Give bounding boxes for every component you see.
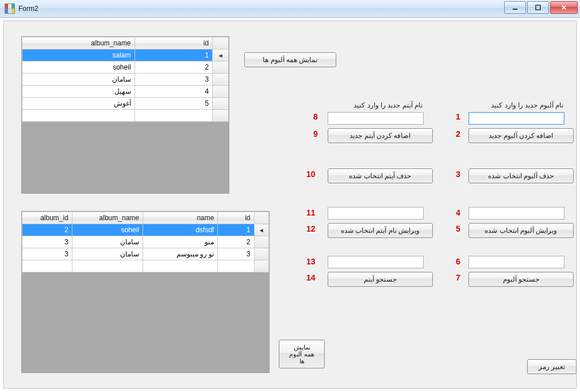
item-delete-button[interactable]: حذف آیتم انتخاب شده <box>328 168 433 183</box>
album-search-button[interactable]: جستجو آلبوم <box>468 272 574 287</box>
table-row[interactable]: 3سامانتو رو میبوسم3 <box>22 248 269 260</box>
cell-album_name[interactable]: سامان <box>72 248 143 260</box>
cell-album_name[interactable]: soheil <box>22 62 135 74</box>
table-row[interactable]: soheil2 <box>22 62 229 74</box>
cell-id[interactable]: 2 <box>135 62 213 74</box>
row-header[interactable] <box>254 224 269 236</box>
anno-14: 14 <box>306 273 316 282</box>
anno-8: 8 <box>313 112 318 121</box>
row-header[interactable] <box>254 248 269 260</box>
row-header[interactable] <box>213 74 229 86</box>
item-new-label: نام آیتم جدید را وارد کنید <box>328 101 422 109</box>
cell-album_id[interactable]: 2 <box>22 224 72 236</box>
album-delete-button[interactable]: حذف آلبوم انتخاب شده <box>468 168 574 183</box>
table-row[interactable]: 3سامانمنو2 <box>22 236 269 248</box>
button-label: جستجو آلبوم <box>503 275 539 283</box>
items-grid[interactable]: album_idalbum_namenameid2soheildsfsdf13س… <box>21 211 270 373</box>
anno-1: 1 <box>456 112 460 121</box>
cell-album_id[interactable]: 3 <box>22 248 72 260</box>
table-row[interactable]: آغوش5 <box>22 98 229 110</box>
anno-7: 7 <box>456 273 460 282</box>
cell-name[interactable]: منو <box>143 236 217 248</box>
anno-5: 5 <box>456 224 460 233</box>
change-password-button[interactable]: تغییر رمز <box>527 359 577 374</box>
item-new-input[interactable] <box>328 112 424 125</box>
anno-6: 6 <box>456 257 460 266</box>
cell-id[interactable]: 2 <box>218 236 254 248</box>
cell-album_name[interactable]: آغوش <box>22 98 135 110</box>
button-label: نمایش همه آلبوم ها <box>289 344 314 364</box>
table-row[interactable]: 2soheildsfsdf1 <box>22 224 269 236</box>
column-header[interactable]: album_id <box>22 212 72 224</box>
table-row[interactable]: salam1 <box>22 49 229 62</box>
show-all-albums-small-button[interactable]: نمایش همه آلبوم ها <box>279 340 325 368</box>
item-search-input[interactable] <box>328 256 424 268</box>
button-label: ویرایش نام آیتم انتخاب شده <box>341 226 420 235</box>
anno-10: 10 <box>306 170 316 179</box>
table-new-row[interactable] <box>22 110 229 122</box>
cell-album_id[interactable]: 3 <box>22 236 72 248</box>
cell-id[interactable]: 5 <box>135 98 213 110</box>
cell-id[interactable]: 1 <box>135 49 213 62</box>
cell-album_name[interactable]: سهیل <box>22 86 135 98</box>
show-all-albums-button[interactable]: نمایش همه آلبوم ها <box>244 52 336 67</box>
button-label: تغییر رمز <box>539 363 565 371</box>
item-add-button[interactable]: اضافه کردن آیتم جدید <box>328 128 433 143</box>
svg-rect-1 <box>536 5 540 10</box>
anno-4: 4 <box>456 208 460 217</box>
column-header[interactable]: album_name <box>22 37 135 49</box>
button-label: حذف آلبوم انتخاب شده <box>488 172 554 180</box>
anno-11: 11 <box>306 208 316 217</box>
window-title: Form2 <box>18 5 39 13</box>
column-header[interactable]: id <box>135 37 213 49</box>
row-header[interactable] <box>213 86 229 98</box>
row-header-corner <box>213 37 229 49</box>
column-header[interactable]: id <box>218 212 254 224</box>
anno-3: 3 <box>456 170 460 179</box>
window-frame: Form2 album_nameidsalam1soheil2سامان3سهی… <box>0 0 580 392</box>
albums-grid[interactable]: album_nameidsalam1soheil2سامان3سهیل4آغوش… <box>21 36 229 194</box>
column-header[interactable]: album_name <box>72 212 143 224</box>
anno-9: 9 <box>313 129 318 139</box>
close-button[interactable] <box>550 1 578 14</box>
button-label: حذف آیتم انتخاب شده <box>349 172 411 180</box>
cell-album_name[interactable]: سامان <box>72 236 143 248</box>
app-icon <box>5 3 15 14</box>
button-label: جستجو آیتم <box>364 275 397 283</box>
album-new-label: نام آلبوم جدید را وارد کنید <box>468 101 563 109</box>
row-header[interactable] <box>213 62 229 74</box>
cell-id[interactable]: 3 <box>218 248 254 260</box>
album-edit-button[interactable]: ویرایش آلبوم انتخاب شده <box>468 223 574 238</box>
button-label: ویرایش آلبوم انتخاب شده <box>485 226 557 235</box>
cell-id[interactable]: 4 <box>135 86 213 98</box>
album-new-input[interactable] <box>468 112 564 125</box>
cell-id[interactable]: 1 <box>218 224 254 236</box>
table-row[interactable]: سامان3 <box>22 74 229 86</box>
table-row[interactable]: سهیل4 <box>22 86 229 98</box>
maximize-button[interactable] <box>527 1 549 14</box>
cell-album_name[interactable]: سامان <box>22 74 135 86</box>
item-search-button[interactable]: جستجو آیتم <box>328 272 433 287</box>
anno-12: 12 <box>306 224 316 233</box>
row-header[interactable] <box>254 236 269 248</box>
anno-13: 13 <box>306 257 316 266</box>
button-label: اضافه کردن آلبوم جدید <box>489 132 553 140</box>
cell-id[interactable]: 3 <box>135 74 213 86</box>
album-edit-input[interactable] <box>468 207 564 220</box>
album-search-input[interactable] <box>468 256 564 268</box>
svg-rect-0 <box>513 9 517 10</box>
row-header[interactable] <box>213 98 229 110</box>
cell-album_name[interactable]: soheil <box>72 224 143 236</box>
cell-name[interactable]: تو رو میبوسم <box>143 248 217 260</box>
cell-name[interactable]: dsfsdf <box>143 224 217 236</box>
table-new-row[interactable] <box>22 260 269 272</box>
album-add-button[interactable]: اضافه کردن آلبوم جدید <box>468 128 574 143</box>
item-edit-button[interactable]: ویرایش نام آیتم انتخاب شده <box>328 223 433 238</box>
cell-album_name[interactable]: salam <box>22 49 135 62</box>
row-header[interactable] <box>213 49 229 62</box>
item-edit-input[interactable] <box>328 207 424 220</box>
minimize-icon <box>512 4 518 11</box>
anno-2: 2 <box>456 129 460 139</box>
minimize-button[interactable] <box>504 1 526 14</box>
column-header[interactable]: name <box>143 212 217 224</box>
